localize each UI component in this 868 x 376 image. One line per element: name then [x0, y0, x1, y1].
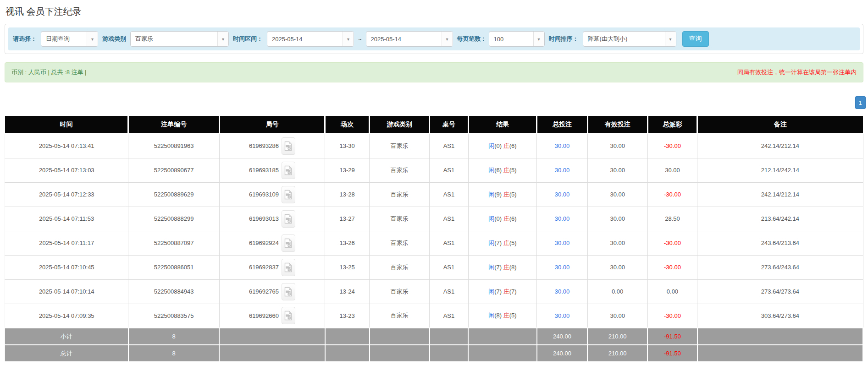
chevron-down-icon[interactable]: ▾ — [442, 32, 453, 46]
round-number: 619693109 — [249, 191, 279, 198]
date-from-select[interactable]: 2025-05-14 ▾ — [267, 31, 354, 47]
result-banker-value: (7) — [509, 288, 517, 295]
cell-valid-bet: 30.00 — [587, 158, 647, 182]
video-replay-button[interactable] — [282, 283, 295, 300]
cell-table-no: AS1 — [430, 207, 468, 231]
chevron-down-icon[interactable]: ▾ — [87, 32, 98, 46]
cell-valid-bet: 30.00 — [587, 255, 647, 279]
sort-select[interactable]: 降冪(由大到小) ▾ — [583, 31, 676, 47]
table-row: 2025-05-14 07:09:35 522500883575 6196926… — [5, 304, 863, 328]
cell-payout: 0.00 — [647, 279, 697, 304]
total-bet-link[interactable]: 30.00 — [555, 240, 570, 246]
result-banker-value: (5) — [509, 312, 517, 319]
page-size-select[interactable]: 100 ▾ — [489, 31, 545, 47]
cell-bet-id: 522500887097 — [128, 231, 219, 255]
payout-value: 28.50 — [665, 215, 680, 222]
video-replay-button[interactable] — [282, 137, 295, 155]
chevron-down-icon[interactable]: ▾ — [665, 32, 676, 46]
video-replay-button[interactable] — [282, 259, 295, 276]
cell-remark: 303.64/273.64 — [697, 304, 863, 328]
filter-bar: 请选择： 日期查询 ▾ 游戏类别 百家乐 ▾ 时间区间： 2025-05-14 … — [8, 27, 860, 50]
query-type-select[interactable]: 日期查询 ▾ — [41, 31, 98, 47]
column-header: 备注 — [697, 116, 863, 134]
cell-game-type: 百家乐 — [370, 231, 430, 255]
column-header: 局号 — [219, 116, 325, 134]
chevron-down-icon[interactable]: ▾ — [343, 32, 354, 46]
summary-bar: 币别 : 人民币 | 总共 :8 注单 | 同局有效投注，统一计算在该局第一张注… — [5, 62, 863, 82]
cell-time: 2025-05-14 07:12:33 — [5, 182, 128, 207]
cell-session: 13-26 — [325, 231, 370, 255]
column-header: 游戏类别 — [370, 116, 430, 134]
cell-session: 13-29 — [325, 158, 370, 182]
game-type-select[interactable]: 百家乐 ▾ — [130, 31, 229, 47]
cell-remark: 242.14/212.14 — [697, 182, 863, 207]
table-row: 2025-05-14 07:10:45 522500886051 6196928… — [5, 255, 863, 279]
payout-value: -30.00 — [664, 312, 681, 319]
cell-total-bet: 30.00 — [537, 255, 587, 279]
time-range-label: 时间区间： — [233, 35, 263, 43]
total-bet-link[interactable]: 30.00 — [555, 288, 570, 295]
cell-table-no: AS1 — [430, 279, 468, 304]
video-replay-button[interactable] — [282, 210, 295, 228]
result-player-value: (7) — [494, 264, 502, 271]
total-bet-link[interactable]: 30.00 — [555, 167, 570, 174]
video-replay-button[interactable] — [282, 186, 295, 203]
result-banker-value: (8) — [509, 264, 517, 271]
result-banker-value: (5) — [509, 240, 517, 246]
result-banker-label: 庄 — [503, 240, 509, 246]
total-bet-link[interactable]: 30.00 — [555, 264, 570, 271]
round-number: 619693286 — [249, 142, 279, 149]
cell-round-id: 619693013 — [219, 207, 325, 231]
video-file-icon — [284, 165, 292, 175]
payout-value: -30.00 — [664, 240, 681, 246]
total-bet-link[interactable]: 30.00 — [555, 142, 570, 149]
result-player-label: 闲 — [488, 288, 494, 295]
video-replay-button[interactable] — [282, 162, 295, 179]
cell-result: 闲(8) 庄(5) — [468, 304, 537, 328]
chevron-down-icon[interactable]: ▾ — [533, 32, 544, 46]
video-file-icon — [284, 311, 292, 321]
cell-payout: -30.00 — [647, 134, 697, 158]
video-file-icon — [284, 214, 292, 224]
valid-bet-notice-text: 同局有效投注，统一计算在该局第一张注单内 — [737, 68, 857, 76]
result-banker-value: (5) — [509, 167, 517, 174]
total-bet-link[interactable]: 30.00 — [555, 312, 570, 319]
total-bet-link[interactable]: 30.00 — [555, 215, 570, 222]
totals-row: 总计 8 240.00 210.00 -91.50 — [5, 345, 863, 362]
column-header: 总投注 — [537, 116, 587, 134]
result-player-label: 闲 — [488, 312, 494, 319]
result-player-value: (7) — [494, 240, 502, 246]
search-button[interactable]: 查询 — [682, 31, 709, 47]
round-number: 619693185 — [249, 167, 279, 174]
date-to-select[interactable]: 2025-05-14 ▾ — [366, 31, 453, 47]
records-table-wrap: 时间注单编号局号场次游戏类别桌号结果总投注有效投注总派彩备注 2025-05-1… — [5, 116, 863, 362]
video-replay-button[interactable] — [282, 307, 295, 324]
cell-time: 2025-05-14 07:11:53 — [5, 207, 128, 231]
cell-payout: -30.00 — [647, 182, 697, 207]
chevron-down-icon[interactable]: ▾ — [217, 32, 228, 46]
column-header: 场次 — [325, 116, 370, 134]
result-player-value: (9) — [494, 191, 502, 198]
video-replay-button[interactable] — [282, 234, 295, 252]
cell-bet-id: 522500888299 — [128, 207, 219, 231]
total-bet-link[interactable]: 30.00 — [555, 191, 570, 198]
result-player-label: 闲 — [488, 142, 494, 149]
cell-result: 闲(7) 庄(7) — [468, 279, 537, 304]
totals-count: 8 — [128, 345, 219, 362]
cell-payout: -30.00 — [647, 231, 697, 255]
result-player-value: (8) — [494, 312, 502, 319]
totals-total-bet: 240.00 — [537, 328, 587, 345]
query-type-value: 日期查询 — [41, 32, 87, 46]
cell-result: 闲(7) 庄(5) — [468, 231, 537, 255]
cell-valid-bet: 30.00 — [587, 207, 647, 231]
cell-result: 闲(9) 庄(5) — [468, 182, 537, 207]
round-number: 619692660 — [249, 312, 279, 319]
sort-label: 时间排序： — [549, 35, 579, 43]
table-row: 2025-05-14 07:11:53 522500888299 6196930… — [5, 207, 863, 231]
cell-payout: -30.00 — [647, 255, 697, 279]
result-player-value: (0) — [494, 142, 502, 149]
cell-session: 13-23 — [325, 304, 370, 328]
cell-result: 闲(6) 庄(5) — [468, 158, 537, 182]
cell-session: 13-25 — [325, 255, 370, 279]
pagination-page-1[interactable]: 1 — [855, 96, 866, 109]
